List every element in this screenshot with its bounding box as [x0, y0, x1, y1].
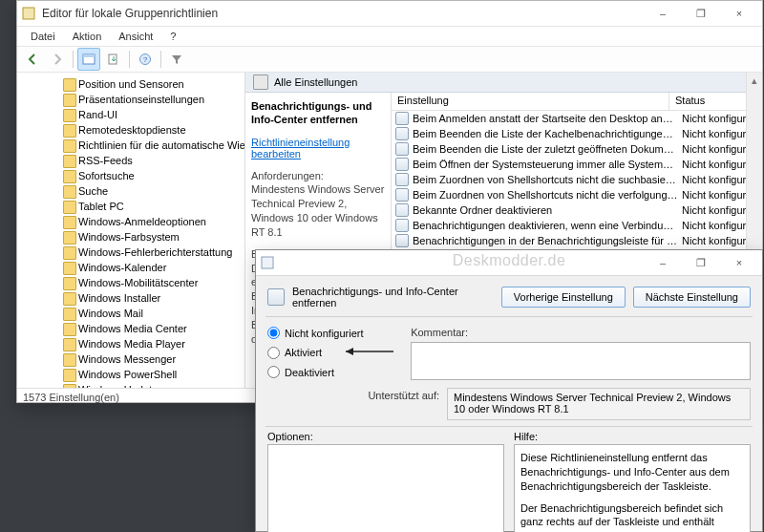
toolbar-help-button[interactable]: ?: [134, 48, 157, 71]
state-radio-group: Nicht konfiguriert Aktiviert Deaktiviert: [267, 327, 395, 380]
policy-item-icon: [395, 112, 409, 125]
radio-not-configured[interactable]: Nicht konfiguriert: [267, 327, 395, 339]
list-item[interactable]: Benachrichtigungen deaktivieren, wenn ei…: [392, 218, 762, 233]
tree-item[interactable]: Windows Media Center: [17, 321, 244, 336]
toolbar-filter-button[interactable]: [165, 48, 188, 71]
list-item[interactable]: Beim Öffnen der Systemsteuerung immer al…: [392, 157, 762, 172]
tree-item[interactable]: Windows Mail: [17, 306, 244, 321]
tree-item[interactable]: Position und Sensoren: [17, 76, 244, 92]
row-setting: Beim Zuordnen von Shellshortcuts nicht d…: [413, 174, 678, 185]
previous-setting-button[interactable]: Vorherige Einstellung: [501, 287, 626, 308]
policy-item-icon: [395, 142, 409, 156]
policy-properties-dialog: Deskmodder.de – ❐ × Benachrichtigungs- u…: [255, 249, 763, 532]
close-button[interactable]: ×: [720, 1, 758, 26]
forward-button[interactable]: [46, 48, 69, 71]
list-item[interactable]: Beim Anmelden anstatt der Startseite den…: [392, 111, 762, 126]
menu-file[interactable]: Datei: [23, 29, 63, 44]
minimize-button[interactable]: –: [644, 1, 682, 26]
list-item[interactable]: Beim Zuordnen von Shellshortcuts nicht d…: [392, 172, 762, 187]
window-title: Editor für lokale Gruppenrichtlinien: [42, 7, 644, 20]
row-setting: Benachrichtigungen deaktivieren, wenn ei…: [413, 220, 678, 231]
policy-item-icon: [395, 173, 409, 186]
tree-item[interactable]: Windows Installer: [17, 290, 244, 306]
content-header: Alle Einstellungen: [245, 73, 762, 93]
policy-item-icon: [395, 219, 409, 232]
options-label: Optionen:: [267, 431, 504, 442]
row-setting: Benachrichtigungen in der Benachrichtigu…: [413, 235, 678, 246]
settings-group-icon: [253, 74, 268, 90]
tree-item[interactable]: Windows PowerShell: [17, 367, 244, 382]
radio-disabled[interactable]: Deaktiviert: [267, 366, 395, 378]
row-setting: Beim Beenden die Liste der Kachelbenachr…: [413, 128, 678, 139]
supported-on-label: Unterstützt auf:: [267, 388, 439, 401]
nav-tree[interactable]: Position und SensorenPräsentationseinste…: [17, 73, 245, 388]
policy-item-icon: [395, 234, 409, 247]
tree-item[interactable]: Windows-Farbsystem: [17, 229, 244, 245]
comment-textarea[interactable]: [411, 342, 751, 380]
scroll-up-icon[interactable]: ▴: [747, 73, 762, 88]
policy-item-icon: [395, 203, 409, 217]
list-item[interactable]: Bekannte Ordner deaktivierenNicht konfig…: [392, 202, 762, 218]
tree-item[interactable]: Windows-Mobilitätscenter: [17, 275, 244, 290]
row-setting: Beim Anmelden anstatt der Startseite den…: [413, 113, 678, 124]
tree-item[interactable]: Windows-Kalender: [17, 260, 244, 275]
list-item[interactable]: Beim Beenden die Liste der Kachelbenachr…: [392, 126, 762, 141]
dialog-close-button[interactable]: ×: [720, 250, 758, 275]
help-text-2: Der Benachrichtigungsbereich befindet si…: [520, 501, 744, 532]
radio-enabled[interactable]: Aktiviert: [267, 345, 395, 360]
tree-item[interactable]: Richtlinien für die automatische Wiede: [17, 138, 244, 153]
next-setting-button[interactable]: Nächste Einstellung: [633, 287, 751, 308]
help-text-1: Diese Richtlinieneinstellung entfernt da…: [520, 451, 744, 494]
arrow-indicator-icon: [338, 345, 395, 360]
tree-item[interactable]: Suche: [17, 183, 244, 199]
svg-rect-2: [83, 54, 95, 57]
list-item[interactable]: Beim Beenden die Liste der zuletzt geöff…: [392, 141, 762, 157]
policy-icon: [267, 288, 285, 306]
toolbar: ?: [17, 46, 762, 73]
app-icon: [21, 6, 36, 21]
titlebar: Editor für lokale Gruppenrichtlinien – ❐…: [17, 1, 762, 27]
comment-label: Kommentar:: [411, 327, 751, 338]
tree-item[interactable]: Windows-Anmeldeoptionen: [17, 214, 244, 229]
help-label: Hilfe:: [514, 431, 751, 442]
tree-item[interactable]: Windows-Fehlerberichterstattung: [17, 245, 244, 260]
list-item[interactable]: Beim Zuordnen von Shellshortcuts nicht d…: [392, 187, 762, 202]
requirements-label: Anforderungen:: [251, 169, 385, 183]
svg-text:?: ?: [143, 55, 148, 64]
tree-item[interactable]: RSS-Feeds: [17, 153, 244, 168]
help-box: Diese Richtlinieneinstellung entfernt da…: [514, 444, 751, 532]
dialog-maximize-button[interactable]: ❐: [682, 250, 720, 275]
tree-item[interactable]: Rand-UI: [17, 107, 244, 122]
toolbar-view-button[interactable]: [77, 48, 100, 71]
menu-view[interactable]: Ansicht: [111, 29, 160, 44]
requirements-text: Mindestens Windows Server Technical Prev…: [251, 182, 385, 239]
tree-item[interactable]: Sofortsuche: [17, 168, 244, 183]
row-setting: Beim Beenden die Liste der zuletzt geöff…: [413, 143, 678, 155]
row-setting: Beim Öffnen der Systemsteuerung immer al…: [413, 159, 678, 170]
svg-rect-0: [23, 8, 34, 19]
tree-item[interactable]: Präsentationseinstellungen: [17, 92, 244, 107]
supported-on-text: Mindestens Windows Server Technical Prev…: [447, 388, 751, 420]
tree-item[interactable]: Windows Media Player: [17, 336, 244, 351]
policy-item-icon: [395, 188, 409, 202]
edit-policy-link[interactable]: Richtlinieneinstellung bearbeiten: [251, 137, 385, 160]
tree-item[interactable]: Windows Messenger: [17, 351, 244, 367]
options-box: [267, 444, 504, 532]
tree-item[interactable]: Remotedesktopdienste: [17, 122, 244, 138]
selected-setting-title: Benachrichtigungs- und Info-Center entfe…: [251, 100, 385, 127]
list-item[interactable]: Benachrichtigungen in der Benachrichtigu…: [392, 233, 762, 248]
tree-item[interactable]: Tablet PC: [17, 199, 244, 214]
toolbar-export-button[interactable]: [102, 48, 125, 71]
menubar: Datei Aktion Ansicht ?: [17, 27, 762, 46]
dialog-titlebar: Deskmodder.de – ❐ ×: [256, 250, 762, 276]
column-setting[interactable]: Einstellung: [392, 93, 669, 110]
row-setting: Bekannte Ordner deaktivieren: [413, 204, 678, 216]
maximize-button[interactable]: ❐: [682, 1, 720, 26]
policy-item-icon: [395, 158, 409, 171]
menu-action[interactable]: Aktion: [65, 29, 110, 44]
dialog-minimize-button[interactable]: –: [644, 250, 682, 275]
status-count: 1573 Einstellung(en): [23, 392, 119, 403]
dialog-icon: [260, 255, 275, 270]
menu-help[interactable]: ?: [162, 29, 183, 44]
back-button[interactable]: [21, 48, 44, 71]
